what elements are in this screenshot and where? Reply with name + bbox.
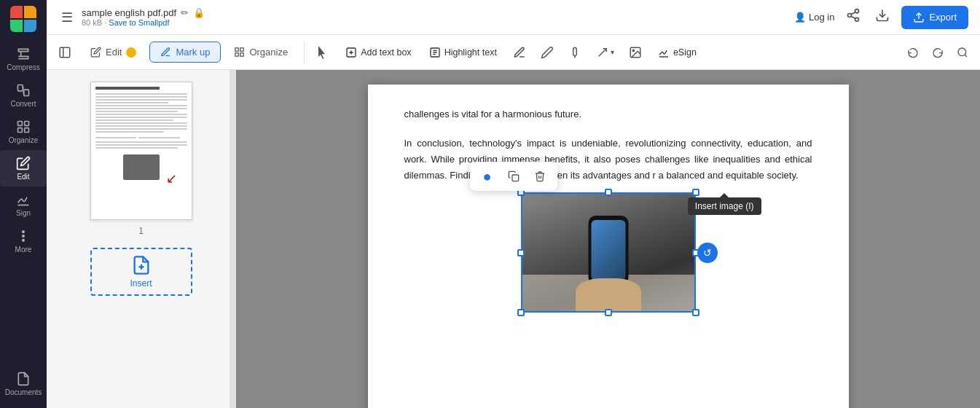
tab-edit[interactable]: Edit xyxy=(80,42,146,62)
page-number: 1 xyxy=(138,226,144,236)
file-name-text: sample english pdf.pdf xyxy=(82,7,176,18)
toolbar-separator-1 xyxy=(304,42,305,63)
menu-button[interactable]: ☰ xyxy=(58,7,76,28)
cursor-tool-button[interactable] xyxy=(310,42,335,63)
pdf-paragraph-2: In conclusion, technology's impact is un… xyxy=(404,136,812,184)
pencil-tool-button[interactable] xyxy=(535,42,560,63)
svg-point-8 xyxy=(23,235,25,238)
svg-point-12 xyxy=(855,17,859,21)
page-panel: ↙ 1 Insert xyxy=(47,70,236,408)
svg-rect-0 xyxy=(18,85,23,91)
tab-markup[interactable]: Mark up xyxy=(149,42,221,63)
image-context-toolbar: ● xyxy=(470,162,557,191)
resize-handle-br[interactable] xyxy=(692,309,699,316)
main-area: ☰ sample english pdf.pdf ✏ 🔒 80 kB · Sav… xyxy=(47,0,980,408)
app-logo[interactable] xyxy=(10,6,36,32)
svg-point-30 xyxy=(958,48,966,56)
share-button[interactable] xyxy=(843,5,863,29)
thumb-arrow: ↙ xyxy=(166,170,177,187)
pdf-page: challenges is vital for a harmonious fut… xyxy=(368,85,849,408)
sidebar-item-convert[interactable]: Convert xyxy=(0,77,47,114)
svg-rect-19 xyxy=(235,48,238,51)
svg-rect-5 xyxy=(25,128,29,133)
search-button[interactable] xyxy=(951,43,974,62)
svg-rect-3 xyxy=(25,122,29,126)
undo-redo-group xyxy=(901,43,974,62)
svg-rect-21 xyxy=(235,53,238,56)
insert-image-tooltip: Insert image (I) xyxy=(688,197,761,215)
svg-point-11 xyxy=(848,14,852,17)
copy-button[interactable] xyxy=(502,165,525,188)
sidebar-item-sign[interactable]: Sign xyxy=(0,187,47,223)
sidebar-item-documents[interactable]: Documents xyxy=(0,366,47,402)
sidebar-item-edit[interactable]: Edit xyxy=(0,150,47,187)
user-icon: 👤 xyxy=(794,12,806,23)
panel-toggle-button[interactable] xyxy=(52,42,77,63)
resize-handle-tm[interactable] xyxy=(605,189,612,196)
insert-section[interactable]: Insert xyxy=(90,248,192,296)
svg-rect-17 xyxy=(60,47,70,58)
sidebar-item-compress[interactable]: Compress xyxy=(0,41,47,77)
svg-line-26 xyxy=(599,48,607,56)
file-meta: 80 kB · Save to Smallpdf xyxy=(82,18,788,27)
insert-label: Insert xyxy=(130,278,152,289)
svg-line-13 xyxy=(852,16,856,18)
file-info: sample english pdf.pdf ✏ 🔒 80 kB · Save … xyxy=(82,7,788,27)
sidebar-item-organize[interactable]: Organize xyxy=(0,114,47,150)
tab-organize[interactable]: Organize xyxy=(224,42,298,62)
sidebar-item-more[interactable]: More xyxy=(0,223,47,259)
svg-line-14 xyxy=(852,12,856,14)
page-thumbnails: ↙ 1 xyxy=(90,82,192,236)
highlighter-tool-button[interactable] xyxy=(562,42,587,63)
selected-image-container[interactable]: ↺ xyxy=(521,192,696,313)
line-tool-button[interactable]: ▾ xyxy=(590,42,620,63)
undo-button[interactable] xyxy=(901,43,925,62)
svg-point-7 xyxy=(23,231,25,233)
edit-badge xyxy=(126,47,136,58)
edit-pencil-icon[interactable]: ✏ xyxy=(181,7,189,18)
add-text-box-button[interactable]: Add text box xyxy=(338,43,419,62)
svg-rect-20 xyxy=(240,48,243,51)
svg-rect-2 xyxy=(18,122,23,126)
page-thumbnail-1[interactable]: ↙ xyxy=(90,82,192,220)
color-picker-button[interactable]: ● xyxy=(476,165,499,188)
resize-handle-ml[interactable] xyxy=(517,249,525,256)
sidebar: Compress Convert Organize Edit Sign xyxy=(0,0,47,408)
save-to-smallpdf-link[interactable]: Save to Smallpdf xyxy=(109,18,169,27)
chevron-down-icon: ▾ xyxy=(611,48,614,56)
page-scroll-bar[interactable] xyxy=(230,70,235,408)
redo-button[interactable] xyxy=(926,43,949,62)
resize-handle-tr[interactable] xyxy=(692,189,699,196)
top-header: ☰ sample english pdf.pdf ✏ 🔒 80 kB · Sav… xyxy=(47,0,980,35)
header-right: 👤 Log in xyxy=(794,5,968,29)
resize-handle-bm[interactable] xyxy=(605,309,612,316)
resize-handle-bl[interactable] xyxy=(517,309,525,316)
svg-point-10 xyxy=(855,9,859,13)
export-button[interactable]: Export xyxy=(901,6,968,29)
svg-rect-34 xyxy=(512,175,519,181)
pen-tool-button[interactable] xyxy=(507,42,532,63)
pdf-paragraph-1: challenges is vital for a harmonious fut… xyxy=(404,106,812,122)
svg-rect-1 xyxy=(24,90,29,95)
main-toolbar: Edit Mark up Organize xyxy=(47,35,980,70)
delete-button[interactable] xyxy=(528,165,552,188)
pdf-content-area[interactable]: challenges is vital for a harmonious fut… xyxy=(236,70,980,408)
svg-rect-4 xyxy=(18,128,23,133)
highlight-text-button[interactable]: Highlight text xyxy=(422,43,504,62)
esign-button[interactable]: eSign xyxy=(651,43,704,62)
pdf-embedded-image[interactable] xyxy=(521,192,696,313)
svg-point-9 xyxy=(23,240,25,242)
svg-line-31 xyxy=(965,55,967,57)
image-tool-button[interactable] xyxy=(623,42,648,63)
lock-icon[interactable]: 🔒 xyxy=(193,7,205,18)
file-name-row: sample english pdf.pdf ✏ 🔒 xyxy=(82,7,788,18)
svg-point-28 xyxy=(632,50,634,51)
rotate-handle[interactable]: ↺ xyxy=(697,243,718,263)
document-area: ↙ 1 Insert challenges is vital f xyxy=(47,70,980,408)
login-button[interactable]: 👤 Log in xyxy=(794,12,834,23)
svg-rect-22 xyxy=(240,53,243,56)
download-button[interactable] xyxy=(872,5,893,29)
